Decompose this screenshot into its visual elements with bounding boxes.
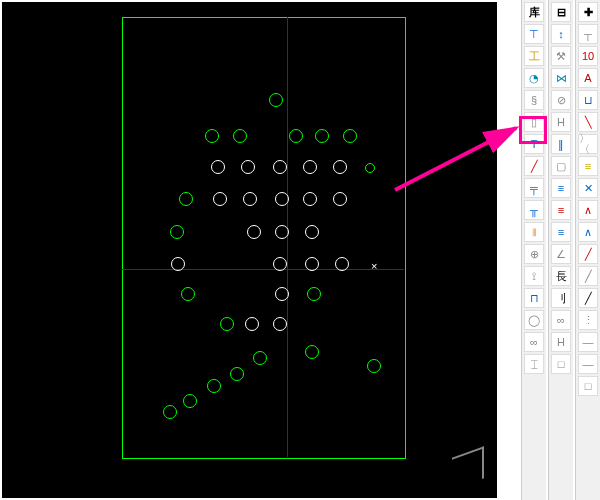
tool-h2-icon[interactable]: H (551, 332, 571, 352)
tool-loop2-icon[interactable]: ∞ (551, 310, 571, 330)
tool-dots-icon[interactable]: ⋮ (578, 310, 598, 330)
tool-l-g-icon[interactable]: ╱ (578, 266, 598, 286)
tool-x-b-icon[interactable]: ✕ (578, 178, 598, 198)
hole-marker[interactable] (275, 225, 289, 239)
tool-box-icon[interactable]: ▢ (551, 156, 571, 176)
hole-marker[interactable] (247, 225, 261, 239)
hole-marker[interactable] (303, 160, 317, 174)
tool-seg2-icon[interactable]: — (578, 354, 598, 374)
tool-pin-icon[interactable]: ⊤ (524, 24, 544, 44)
hole-marker[interactable] (333, 192, 347, 206)
hole-marker[interactable] (220, 317, 234, 331)
tool-dbl-b-icon[interactable]: ≡ (551, 222, 571, 242)
palette-3: ✚┬10A⊔╲〉〈≡✕∧∧╱╱╱⋮——□ (575, 0, 600, 500)
hole-marker[interactable] (275, 192, 289, 206)
tool-aa-icon[interactable]: A (578, 68, 598, 88)
tool-h-y-icon[interactable]: ≡ (578, 156, 598, 176)
hole-marker[interactable] (179, 192, 193, 206)
tool-caret-icon[interactable]: ∧ (578, 200, 598, 220)
tool-seg-icon[interactable]: — (578, 332, 598, 352)
tool-i-section-icon[interactable]: ⌶ (524, 354, 544, 374)
hole-marker[interactable] (163, 405, 177, 419)
tool-clock-icon[interactable]: ◔ (524, 68, 544, 88)
hole-marker[interactable] (205, 129, 219, 143)
tool-red10-icon[interactable]: 10 (578, 46, 598, 66)
palette-2: ⊟↕⚒⋈⊘H‖▢≡≡≡∠長刂∞H□ (548, 0, 573, 500)
hole-marker[interactable] (207, 379, 221, 393)
hole-marker[interactable] (170, 225, 184, 239)
hole-marker[interactable] (269, 93, 283, 107)
tool-ring-icon[interactable]: ◯ (524, 310, 544, 330)
hole-marker[interactable] (243, 192, 257, 206)
hole-marker[interactable] (275, 287, 289, 301)
tool-beam-b-icon[interactable]: ╥ (524, 200, 544, 220)
tool-sq-icon[interactable]: □ (551, 354, 571, 374)
tool-cn-1-icon[interactable]: 刂 (551, 288, 571, 308)
hole-marker[interactable] (305, 257, 319, 271)
tool-u-part-icon[interactable]: ⊓ (524, 288, 544, 308)
hole-marker[interactable] (333, 160, 347, 174)
boundary-rect (122, 17, 406, 459)
tool-hammer-icon[interactable]: ⚒ (551, 46, 571, 66)
tool-color-bars-icon[interactable]: ⦀ (524, 222, 544, 242)
tool-caret-b-icon[interactable]: ∧ (578, 222, 598, 242)
hole-marker[interactable] (303, 192, 317, 206)
tool-screw-icon[interactable]: ⟟ (524, 266, 544, 286)
hole-marker[interactable] (289, 129, 303, 143)
tool-l-r-icon[interactable]: ╱ (578, 244, 598, 264)
tool-palettes: 库⊤工◔§▯T╱╤╥⦀⊕⟟⊓◯∞⌶ ⊟↕⚒⋈⊘H‖▢≡≡≡∠長刂∞H□ ✚┬10… (521, 0, 600, 500)
tool-bracket-icon[interactable]: 〉〈 (578, 134, 598, 154)
drawing-canvas[interactable]: × (2, 2, 497, 498)
hole-marker[interactable] (253, 351, 267, 365)
hole-marker[interactable] (305, 225, 319, 239)
hole-marker[interactable] (183, 394, 197, 408)
tool-beam-t-icon[interactable]: ╤ (524, 178, 544, 198)
axis-v (287, 17, 288, 457)
tool-tee3-icon[interactable]: ┬ (578, 24, 598, 44)
tool-u-blue-icon[interactable]: ⊔ (578, 90, 598, 110)
hole-marker[interactable] (367, 359, 381, 373)
tool-target-icon[interactable]: ⊕ (524, 244, 544, 264)
tool-text-len-icon[interactable]: 長 (551, 266, 571, 286)
tool-slash-icon[interactable]: ╱ (524, 156, 544, 176)
hole-marker[interactable] (273, 160, 287, 174)
hole-marker[interactable] (241, 160, 255, 174)
hole-marker[interactable] (305, 345, 319, 359)
hole-marker[interactable] (245, 317, 259, 331)
hole-marker[interactable] (307, 287, 321, 301)
tool-dbl-r-icon[interactable]: ≡ (551, 200, 571, 220)
hole-marker[interactable] (181, 287, 195, 301)
hole-marker[interactable] (273, 257, 287, 271)
tool-loop-icon[interactable]: ∞ (524, 332, 544, 352)
tool-angle-icon[interactable]: ∠ (551, 244, 571, 264)
tool-h-line-icon[interactable]: ‖ (551, 134, 571, 154)
tool-dbl-icon[interactable]: ≡ (551, 178, 571, 198)
hole-marker[interactable] (233, 129, 247, 143)
hole-marker[interactable] (273, 317, 287, 331)
tool-sq2-icon[interactable]: □ (578, 376, 598, 396)
tool-l-b-icon[interactable]: ╱ (578, 288, 598, 308)
tool-arrows-icon[interactable]: ↕ (551, 24, 571, 44)
hole-marker[interactable] (230, 367, 244, 381)
hole-marker[interactable] (171, 257, 185, 271)
hole-marker[interactable] (211, 160, 225, 174)
tool-joint-icon[interactable]: ⋈ (551, 68, 571, 88)
hole-marker[interactable] (315, 129, 329, 143)
tool-h-beam-icon[interactable]: H (551, 112, 571, 132)
hole-marker[interactable] (335, 257, 349, 271)
corner-tab (452, 446, 484, 490)
tool-line-r-icon[interactable]: ╲ (578, 112, 598, 132)
tool-spring-icon[interactable]: § (524, 90, 544, 110)
axis-h (122, 269, 404, 270)
palette-header: ⊟ (551, 2, 571, 22)
tool-circ-icon[interactable]: ⊘ (551, 90, 571, 110)
tool-i-beam-icon[interactable]: 工 (524, 46, 544, 66)
hole-marker[interactable] (213, 192, 227, 206)
highlight-box (519, 116, 547, 144)
palette-1: 库⊤工◔§▯T╱╤╥⦀⊕⟟⊓◯∞⌶ (521, 0, 546, 500)
palette-header: 库 (524, 2, 544, 22)
palette-header: ✚ (578, 2, 598, 22)
hole-marker[interactable] (343, 129, 357, 143)
x-marker: × (371, 260, 377, 272)
hole-marker[interactable] (365, 163, 375, 173)
